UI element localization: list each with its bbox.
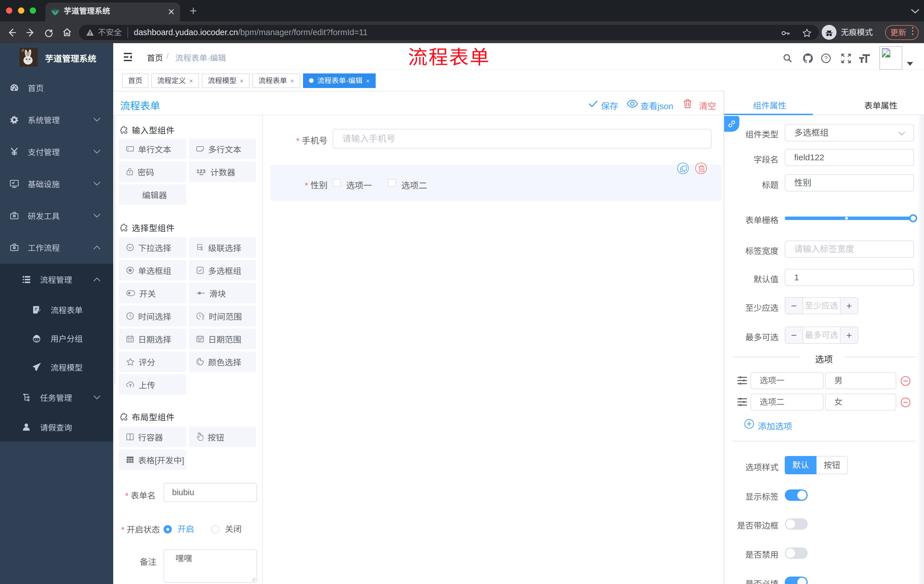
svg-text:123: 123: [196, 168, 206, 174]
svg-text:?: ?: [824, 55, 828, 61]
